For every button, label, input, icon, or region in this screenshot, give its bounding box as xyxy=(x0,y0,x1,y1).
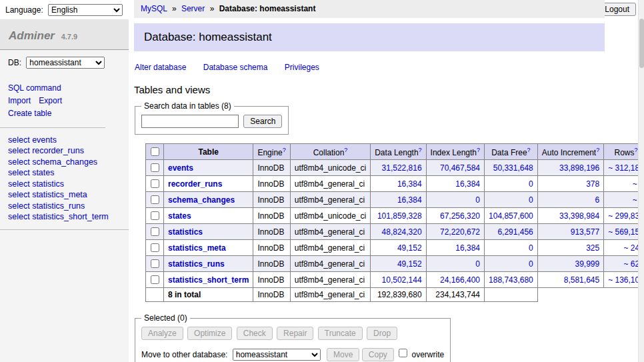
alter-database-link[interactable]: Alter database xyxy=(135,63,186,72)
row-checkbox[interactable] xyxy=(151,211,159,220)
sidebar-link-export[interactable]: Export xyxy=(39,96,62,105)
help-link[interactable]: ? xyxy=(283,147,286,153)
help-link[interactable]: ? xyxy=(596,147,599,153)
engine-cell: InnoDB xyxy=(253,240,290,256)
move-button[interactable]: Move xyxy=(327,348,359,361)
data-free-link[interactable]: 188,743,680 xyxy=(489,275,533,285)
overwrite-label: overwrite xyxy=(412,350,445,359)
sidebar-item-select-events[interactable]: select events xyxy=(8,135,121,146)
adminer-brand: Adminer xyxy=(9,29,55,42)
scrollbar-thumb[interactable] xyxy=(639,19,644,68)
data-length-link[interactable]: 31,522,816 xyxy=(382,163,422,173)
help-link[interactable]: ? xyxy=(344,147,347,153)
index-length-link[interactable]: 16,384 xyxy=(455,179,480,189)
sidebar-item-select-recorder-runs[interactable]: select recorder_runs xyxy=(8,145,121,157)
search-input[interactable] xyxy=(141,115,239,128)
data-length-link[interactable]: 49,152 xyxy=(397,243,422,253)
sidebar-link-import[interactable]: Import xyxy=(8,96,31,105)
auto-increment-link[interactable]: 6 xyxy=(595,195,599,205)
index-length-link[interactable]: 0 xyxy=(475,195,480,205)
data-length-link[interactable]: 101,859,328 xyxy=(377,211,422,221)
index-length-link[interactable]: 72,220,672 xyxy=(440,227,480,237)
move-database-select[interactable]: homeassistant xyxy=(233,349,321,361)
sidebar-item-select-statistics-short-term[interactable]: select statistics_short_term xyxy=(8,211,121,223)
table-header-row: Table Engine? Collation? Data Length? In… xyxy=(146,144,644,160)
data-length-link[interactable]: 16,384 xyxy=(397,179,422,189)
data-length-link[interactable]: 48,824,320 xyxy=(382,227,422,237)
sidebar-item-select-statistics[interactable]: select statistics xyxy=(8,179,121,190)
breadcrumb-current: Database: homeassistant xyxy=(219,4,316,13)
sidebar-link-create-table[interactable]: Create table xyxy=(8,109,51,118)
sidebar-item-select-statistics-runs[interactable]: select statistics_runs xyxy=(8,201,121,212)
copy-button[interactable]: Copy xyxy=(362,348,394,361)
index-length-link[interactable]: 70,467,584 xyxy=(440,163,480,173)
table-link-states[interactable]: states xyxy=(168,211,191,221)
data-length-link[interactable]: 10,502,144 xyxy=(382,275,422,285)
help-icon: ? xyxy=(527,146,531,153)
data-length-link[interactable]: 16,384 xyxy=(397,195,422,205)
data-free-link[interactable]: 0 xyxy=(529,259,533,269)
table-link-statistics-runs[interactable]: statistics_runs xyxy=(168,259,225,269)
analyze-button[interactable]: Analyze xyxy=(141,327,183,340)
auto-increment-link[interactable]: 8,581,645 xyxy=(564,275,599,285)
data-free-link[interactable]: 50,331,648 xyxy=(493,163,533,173)
auto-increment-link[interactable]: 33,898,196 xyxy=(559,163,599,173)
data-free-link[interactable]: 104,857,600 xyxy=(489,211,533,221)
index-length-link[interactable]: 16,384 xyxy=(455,243,480,253)
row-checkbox[interactable] xyxy=(151,179,159,188)
sidebar-item-select-statistics-meta[interactable]: select statistics_meta xyxy=(8,189,121,201)
auto-increment-link[interactable]: 913,577 xyxy=(571,227,599,237)
db-select[interactable]: homeassistant xyxy=(26,57,105,69)
select-all-checkbox[interactable] xyxy=(151,147,159,156)
help-link[interactable]: ? xyxy=(419,147,422,153)
data-free-link[interactable]: 0 xyxy=(529,179,533,189)
optimize-button[interactable]: Optimize xyxy=(187,327,232,340)
table-link-statistics-short-term[interactable]: statistics_short_term xyxy=(168,275,249,285)
sidebar-item-select-states[interactable]: select states xyxy=(8,167,121,179)
auto-increment-link[interactable]: 39,999 xyxy=(575,259,599,269)
data-free-link[interactable]: 0 xyxy=(529,195,533,205)
truncate-button[interactable]: Truncate xyxy=(318,327,363,340)
breadcrumb-link-mysql[interactable]: MySQL xyxy=(141,4,167,13)
sidebar-item-select-schema-changes[interactable]: select schema_changes xyxy=(8,157,121,168)
breadcrumb-link-server[interactable]: Server xyxy=(181,4,205,13)
database-schema-link[interactable]: Database schema xyxy=(203,63,268,72)
row-checkbox[interactable] xyxy=(151,243,159,252)
row-checkbox[interactable] xyxy=(151,163,159,172)
overwrite-checkbox[interactable] xyxy=(399,349,407,357)
index-length-link[interactable]: 67,256,320 xyxy=(440,211,480,221)
help-link[interactable]: ? xyxy=(527,147,531,153)
drop-button[interactable]: Drop xyxy=(367,327,397,340)
index-length-link[interactable]: 0 xyxy=(475,259,480,269)
index-length-link[interactable]: 24,166,400 xyxy=(440,275,480,285)
check-button[interactable]: Check xyxy=(237,327,273,340)
auto-increment-link[interactable]: 33,398,984 xyxy=(559,211,599,221)
row-checkbox[interactable] xyxy=(151,275,159,284)
sidebar-link-sql-command[interactable]: SQL command xyxy=(8,83,61,93)
selected-buttons: Analyze Optimize Check Repair Truncate D… xyxy=(141,327,444,340)
data-free-link[interactable]: 6,291,456 xyxy=(497,227,533,237)
engine-cell: InnoDB xyxy=(253,160,290,176)
repair-button[interactable]: Repair xyxy=(277,327,313,340)
row-checkbox[interactable] xyxy=(151,227,159,236)
data-length-link[interactable]: 49,152 xyxy=(397,259,422,269)
table-link-statistics-meta[interactable]: statistics_meta xyxy=(168,243,226,253)
auto-increment-link[interactable]: 378 xyxy=(586,179,599,189)
table-link-recorder-runs[interactable]: recorder_runs xyxy=(168,179,222,189)
row-checkbox[interactable] xyxy=(151,195,159,204)
help-link[interactable]: ? xyxy=(477,147,480,153)
language-select[interactable]: English xyxy=(48,4,123,16)
move-label: Move to other database: xyxy=(141,350,227,359)
table-link-schema-changes[interactable]: schema_changes xyxy=(168,195,235,205)
auto-increment-link[interactable]: 325 xyxy=(586,243,599,253)
table-link-events[interactable]: events xyxy=(168,163,193,173)
vertical-scrollbar[interactable] xyxy=(638,0,644,362)
table-row: statistics_short_term InnoDB utf8mb4_gen… xyxy=(146,272,644,288)
data-free-link[interactable]: 0 xyxy=(529,243,533,253)
row-checkbox[interactable] xyxy=(151,259,159,268)
search-button[interactable]: Search xyxy=(243,115,282,128)
page-title: Database: homeassistant xyxy=(134,23,605,51)
table-link-statistics[interactable]: statistics xyxy=(168,227,203,237)
privileges-link[interactable]: Privileges xyxy=(285,63,319,72)
help-link[interactable]: ? xyxy=(635,147,638,153)
